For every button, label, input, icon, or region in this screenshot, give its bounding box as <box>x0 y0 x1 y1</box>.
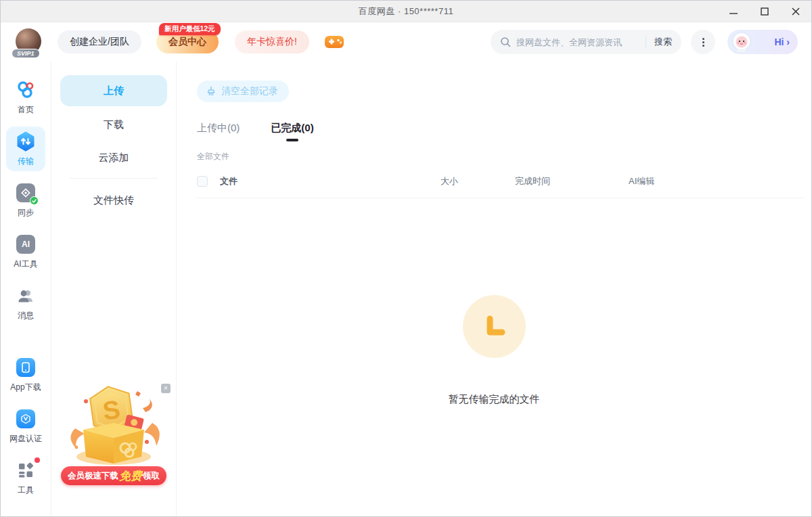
clear-all-records-button[interactable]: 清空全部记录 <box>197 81 289 102</box>
ai-tools-icon: AI <box>16 234 36 254</box>
user-avatar[interactable]: SVIP1 <box>16 28 43 55</box>
minimize-button[interactable] <box>718 1 749 22</box>
sidebar-label: 消息 <box>18 310 34 321</box>
app-window: 百度网盘 · 150*****711 SVIP1 创建企业/团队 会员中心 新用… <box>0 0 812 517</box>
transfer-tabs: 上传中(0) 已完成(0) <box>197 122 811 141</box>
create-team-button[interactable]: 创建企业/团队 <box>58 30 141 53</box>
gamepad-icon <box>324 35 344 49</box>
kebab-menu-icon <box>702 37 704 48</box>
sidebar-label: 首页 <box>18 104 34 116</box>
main-content: 清空全部记录 上传中(0) 已完成(0) 全部文件 文件 大小 完成时间 AI编… <box>177 62 811 516</box>
sidebar-label: AI工具 <box>14 258 37 270</box>
vip-center-wrap: 会员中心 新用户最低12元 <box>156 30 219 53</box>
svip-badge: SVIP1 <box>12 49 40 58</box>
subnav-divider <box>70 178 158 179</box>
section-label-all-files: 全部文件 <box>197 151 811 162</box>
vip-promo-banner[interactable]: × S <box>61 381 166 485</box>
window-title: 百度网盘 · 150*****711 <box>359 5 453 18</box>
sidebar-item-app-download[interactable]: App下载 <box>6 353 45 397</box>
sidebar-item-messages[interactable]: 消息 <box>6 281 45 325</box>
tab-completed[interactable]: 已完成(0) <box>271 122 313 141</box>
vip-promo-badge: 新用户最低12元 <box>159 23 221 35</box>
app-download-icon <box>16 357 36 378</box>
header-right-group: 搜索 Hi › <box>491 30 798 54</box>
games-button[interactable] <box>323 30 346 53</box>
assistant-label: Hi › <box>774 37 790 47</box>
app-header: SVIP1 创建企业/团队 会员中心 新用户最低12元 年卡惊喜价! <box>1 22 811 62</box>
transfer-icon <box>16 131 36 152</box>
netdisk-logo-icon <box>16 80 36 100</box>
promo-ribbon-button[interactable]: 会员极速下载免费领取 <box>61 466 166 485</box>
tab-completed-label: 已完成(0) <box>271 122 313 133</box>
tools-icon <box>16 460 36 480</box>
close-button[interactable] <box>780 1 811 22</box>
clear-all-records-label: 清空全部记录 <box>221 85 278 97</box>
maximize-icon <box>761 7 769 16</box>
sidebar-label: 同步 <box>18 207 34 219</box>
sidebar-label: App下载 <box>10 382 41 393</box>
tab-active-indicator <box>286 139 298 141</box>
assistant-button[interactable]: Hi › <box>727 30 798 54</box>
promo-close-button[interactable]: × <box>161 384 171 393</box>
sidebar-item-home[interactable]: 首页 <box>6 75 45 120</box>
search-divider <box>646 37 646 47</box>
promo-text-left: 会员极速下载 <box>68 470 118 482</box>
column-header-ai-edit: AI编辑 <box>629 175 803 187</box>
subnav-item-quick-transfer[interactable]: 文件快传 <box>60 185 167 215</box>
empty-state: 暂无传输完成的文件 <box>197 295 791 406</box>
minimize-icon <box>729 7 738 16</box>
sidebar-label: 传输 <box>18 156 34 167</box>
more-menu-button[interactable] <box>691 30 715 54</box>
sidebar-item-ai-tools[interactable]: AI AI工具 <box>6 229 45 274</box>
transfer-subnav: 上传 下载 云添加 文件快传 × <box>51 62 177 516</box>
maximize-button[interactable] <box>749 1 780 22</box>
tab-uploading-label: 上传中(0) <box>197 122 240 133</box>
column-header-file: 文件 <box>220 175 441 187</box>
search-icon <box>500 37 511 47</box>
verification-icon <box>16 409 36 429</box>
promo-text-highlight: 免费 <box>119 468 142 484</box>
sidebar-item-verification[interactable]: 网盘认证 <box>6 404 45 449</box>
sidebar-item-sync[interactable]: 同步 <box>6 178 45 223</box>
titlebar: 百度网盘 · 150*****711 <box>1 1 811 22</box>
subnav-item-cloud-add[interactable]: 云添加 <box>60 143 167 173</box>
tab-uploading[interactable]: 上传中(0) <box>197 122 240 141</box>
sync-icon <box>16 183 36 203</box>
search-button[interactable]: 搜索 <box>654 36 672 48</box>
empty-state-text: 暂无传输完成的文件 <box>449 393 540 406</box>
messages-icon <box>16 286 36 306</box>
select-all-checkbox[interactable] <box>197 176 208 187</box>
sidebar-label: 工具 <box>18 485 34 496</box>
broom-icon <box>206 86 217 97</box>
column-header-time: 完成时间 <box>515 175 629 187</box>
window-controls <box>718 1 811 22</box>
sidebar-item-tools[interactable]: 工具 <box>6 455 45 500</box>
app-body: 首页 传输 <box>1 62 811 516</box>
search-box[interactable]: 搜索 <box>491 30 681 54</box>
table-header-row: 文件 大小 完成时间 AI编辑 <box>197 175 803 198</box>
assistant-avatar-icon <box>730 30 753 53</box>
sidebar-item-transfer[interactable]: 传输 <box>6 127 45 171</box>
left-rail: 首页 传输 <box>1 62 51 516</box>
sync-check-badge <box>30 196 39 205</box>
close-icon <box>792 7 800 16</box>
tools-notification-dot <box>35 457 40 463</box>
promo-text-right: 领取 <box>143 470 160 482</box>
year-card-button[interactable]: 年卡惊喜价! <box>235 30 309 53</box>
sidebar-label: 网盘认证 <box>9 433 42 445</box>
clock-icon <box>463 295 526 358</box>
subnav-item-upload[interactable]: 上传 <box>60 75 167 106</box>
promo-gift-graphic: S <box>63 381 164 470</box>
subnav-item-download[interactable]: 下载 <box>60 110 167 139</box>
column-header-size: 大小 <box>441 175 515 187</box>
search-input[interactable] <box>516 37 641 47</box>
